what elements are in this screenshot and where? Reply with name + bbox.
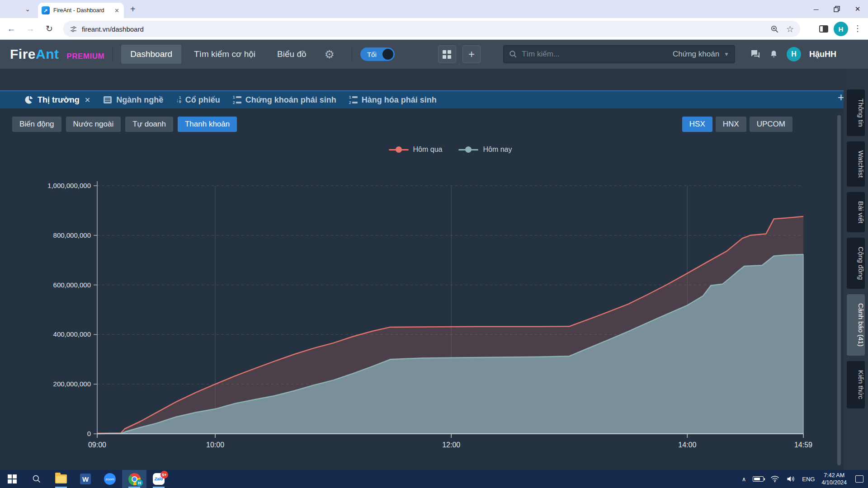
y-tick-label: 200,000,000 (53, 380, 91, 388)
taskbar-search-button[interactable] (24, 470, 49, 488)
tab-search-chevron-icon[interactable]: ⌄ (22, 4, 33, 15)
nav-item-0[interactable]: Dashboard (121, 45, 181, 64)
workspace-tab-4[interactable]: 12Hàng hóa phái sinh (343, 91, 443, 108)
tray-date: 4/10/2024 (821, 479, 847, 486)
tray-time: 7:42 AM (824, 472, 844, 479)
workspace-tab-label: Hàng hóa phái sinh (362, 95, 437, 105)
reload-icon[interactable]: ↻ (42, 21, 57, 37)
view-tab-3[interactable]: Thanh khoản (178, 117, 237, 132)
sidebar-tab-2[interactable]: Bài viết (847, 192, 865, 232)
taskbar-search-icon (32, 474, 41, 483)
new-tab-button[interactable]: + (130, 4, 136, 14)
x-tick-label: 10:00 (206, 441, 224, 449)
forward-icon[interactable]: → (23, 21, 38, 37)
window-controls: ─ ✕ (806, 0, 868, 18)
zoom-app-icon: zoom (104, 473, 116, 485)
sidebar-tab-5[interactable]: Kiến thức (847, 361, 865, 408)
battery-icon[interactable] (753, 476, 764, 482)
pie-chart-icon (24, 95, 33, 104)
browser-tab[interactable]: ➚ FireAnt - Dashboard ✕ (38, 3, 124, 18)
language-indicator[interactable]: ENG (802, 476, 815, 483)
browser-tab-title: FireAnt - Dashboard (53, 7, 110, 14)
nav-item-1[interactable]: Tìm kiếm cơ hội (185, 45, 264, 64)
tray-chevron-icon[interactable]: ∧ (742, 476, 746, 483)
tune-icon (70, 25, 77, 33)
taskbar-file-explorer-button[interactable] (49, 470, 73, 488)
windows-taskbar: WzoomHZalo5+ (0, 470, 868, 488)
side-panel-icon[interactable] (819, 25, 828, 33)
x-tick-label: 14:00 (678, 441, 696, 449)
close-window-icon[interactable]: ✕ (847, 0, 868, 18)
clock[interactable]: 7:42 AM 4/10/2024 (821, 472, 847, 487)
menu-kebab-icon[interactable]: ⋮ (854, 23, 862, 33)
y-tick-label: 400,000,000 (53, 330, 91, 338)
chat-icon[interactable] (750, 49, 761, 60)
workspace-tab-label: Chứng khoán phái sinh (245, 95, 336, 105)
chevron-down-icon: ▼ (724, 51, 729, 57)
workspace-tab-label: Thị trường (38, 95, 80, 105)
address-bar[interactable]: fireant.vn/dashboard ☆ (63, 21, 800, 37)
user-name[interactable]: HậuHH (809, 50, 836, 59)
zoom-page-icon[interactable] (770, 25, 779, 33)
minimize-icon[interactable]: ─ (806, 0, 826, 18)
grid-icon (443, 50, 451, 59)
workspace-tab-2[interactable]: ↓19Cổ phiếu (170, 91, 226, 108)
liquidity-area-chart[interactable]: 0200,000,000400,000,000600,000,000800,00… (0, 136, 835, 452)
x-tick-label: 12:00 (442, 441, 460, 449)
view-tab-0[interactable]: Biến động (12, 117, 61, 132)
view-subtabs: Biến độngNước ngoàiTự doanhThanh khoản (12, 117, 237, 132)
exchange-button-0[interactable]: HSX (682, 117, 712, 132)
workspace-tab-0[interactable]: Thị trường✕ (18, 91, 97, 108)
taskbar-start-button[interactable] (0, 470, 24, 488)
sidebar-tab-1[interactable]: Watchlist (847, 141, 865, 187)
workspace-tab-label: Cổ phiếu (185, 95, 220, 105)
restore-icon[interactable] (826, 0, 847, 18)
notification-badge: 5+ (160, 471, 168, 479)
vertical-scrollbar[interactable] (837, 115, 841, 465)
numbered-list-icon: 12 (233, 95, 241, 105)
fireant-logo[interactable]: FireAnt PREMIUM (10, 47, 104, 62)
layout-grid-button[interactable] (438, 45, 456, 63)
sidebar-tab-4[interactable]: Cảnh báo (41) (847, 294, 865, 356)
tab-close-icon[interactable]: ✕ (113, 7, 120, 14)
url-text[interactable]: fireant.vn/dashboard (82, 25, 766, 33)
action-center-icon[interactable] (855, 475, 863, 483)
search-icon (509, 50, 517, 58)
exchange-button-2[interactable]: UPCOM (750, 117, 793, 132)
close-icon[interactable]: ✕ (85, 96, 90, 104)
sidebar-tab-0[interactable]: Thông tin (847, 89, 865, 136)
symbol-search-box[interactable]: Tìm kiếm... Chứng khoán ▼ (503, 45, 735, 63)
workspace-tab-label: Ngành nghề (116, 95, 163, 105)
workspace-tab-1[interactable]: Ngành nghề (97, 91, 170, 108)
theme-toggle[interactable]: Tối (360, 47, 395, 61)
nav-item-2[interactable]: Biểu đồ (268, 45, 315, 64)
view-tab-2[interactable]: Tự doanh (125, 117, 173, 132)
speaker-icon[interactable] (786, 475, 795, 483)
workspace-tab-3[interactable]: 12Chứng khoán phái sinh (226, 91, 343, 108)
windows-start-icon (8, 474, 17, 483)
search-scope-select[interactable]: Chứng khoán (673, 50, 719, 59)
gear-icon[interactable]: ⚙ (316, 48, 344, 61)
taskbar-zalo-button[interactable]: Zalo5+ (146, 470, 171, 488)
logo-ant: Ant (36, 47, 59, 61)
user-avatar[interactable]: H (787, 47, 801, 61)
bookmark-star-icon[interactable]: ☆ (786, 24, 794, 34)
browser-profile-avatar[interactable]: H (834, 22, 848, 36)
add-widget-button[interactable]: + (462, 45, 481, 63)
taskbar-word-button[interactable]: W (73, 470, 98, 488)
numbered-list-icon: 12 (349, 95, 358, 105)
logo-premium-badge: PREMIUM (66, 52, 104, 61)
taskbar-chrome-button[interactable]: H (122, 470, 146, 488)
exchange-button-1[interactable]: HNX (716, 117, 746, 132)
wifi-icon[interactable] (770, 475, 779, 483)
back-icon[interactable]: ← (4, 21, 19, 37)
taskbar-zoom-button[interactable]: zoom (98, 470, 122, 488)
sidebar-tab-3[interactable]: Cộng đồng (847, 238, 865, 289)
y-tick-label: 800,000,000 (53, 231, 91, 239)
y-tick-label: 600,000,000 (53, 281, 91, 289)
list-icon (103, 96, 112, 104)
bell-icon[interactable] (769, 49, 778, 60)
y-tick-label: 0 (87, 430, 91, 437)
divider (113, 47, 113, 61)
view-tab-1[interactable]: Nước ngoài (66, 117, 121, 132)
